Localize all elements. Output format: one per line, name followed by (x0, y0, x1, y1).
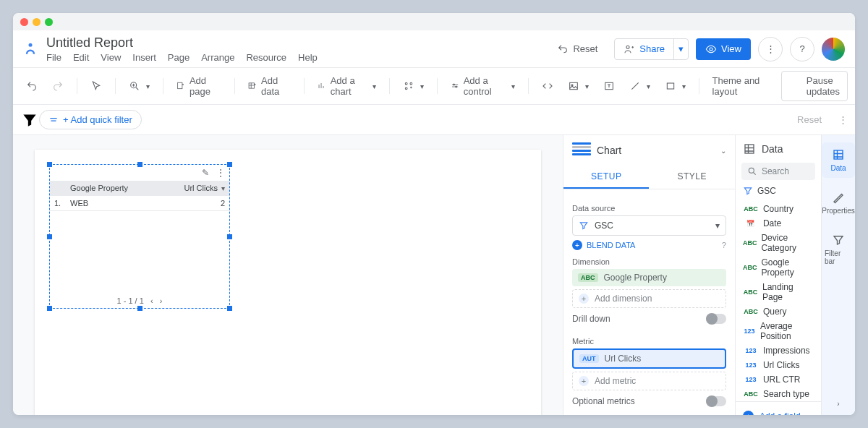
text-button[interactable] (597, 77, 621, 95)
rail-properties[interactable]: Properties (822, 185, 855, 221)
menubar: File Edit View Insert Page Arrange Resou… (46, 52, 548, 63)
theme-layout-button[interactable]: Theme and layout (707, 72, 778, 100)
table-chart[interactable]: ✎⋮ Google Property Url Clicks ▾ 1. WEB 2 (49, 164, 230, 309)
field-average-position[interactable]: 123Average Position (743, 319, 814, 343)
edit-chart-icon[interactable]: ✎ (202, 168, 209, 178)
share-button[interactable]: Share (615, 39, 673, 59)
properties-panel: Chart ⌄ SETUP STYLE Data source GSC +BLE… (563, 135, 735, 415)
share-dropdown[interactable]: ▾ (673, 39, 688, 59)
svg-rect-14 (667, 83, 673, 89)
label-metric: Metric (572, 337, 726, 346)
add-dimension-button[interactable]: +Add dimension (572, 289, 726, 308)
optional-metrics-toggle[interactable] (706, 396, 726, 406)
menu-page[interactable]: Page (168, 52, 190, 63)
svg-point-1 (626, 46, 629, 48)
svg-point-6 (405, 82, 407, 85)
rail-filter-bar[interactable]: Filter bar (822, 228, 855, 271)
menu-file[interactable]: File (46, 52, 61, 63)
shape-button[interactable]: ▾ (659, 77, 692, 95)
add-field-button[interactable]: +Add a field (743, 408, 814, 415)
view-button[interactable]: View (696, 38, 751, 60)
window-maximize[interactable] (45, 18, 53, 26)
add-page-button[interactable]: Add page (170, 72, 226, 100)
panel-header[interactable]: Chart ⌄ (563, 135, 735, 166)
field-query[interactable]: ABCQuery (743, 304, 814, 319)
report-page[interactable]: ✎⋮ Google Property Url Clicks ▾ 1. WEB 2 (35, 150, 541, 415)
user-avatar[interactable] (822, 38, 845, 61)
menu-arrange[interactable]: Arrange (201, 52, 234, 63)
table-row[interactable]: 1. WEB 2 (50, 196, 229, 211)
col-google-property[interactable]: Google Property (66, 181, 160, 196)
field-date[interactable]: 📅Date (743, 216, 814, 231)
svg-point-7 (410, 82, 412, 85)
blend-data-button[interactable]: +BLEND DATA? (572, 240, 726, 250)
right-rail: Data Properties Filter bar › (821, 135, 855, 415)
data-source-name[interactable]: GSC (736, 180, 821, 202)
svg-point-9 (453, 84, 454, 85)
menu-help[interactable]: Help (298, 52, 318, 63)
canvas[interactable]: ✎⋮ Google Property Url Clicks ▾ 1. WEB 2 (13, 135, 563, 415)
field-url-ctr[interactable]: 123URL CTR (743, 372, 814, 387)
add-metric-button[interactable]: +Add metric (572, 372, 726, 390)
svg-rect-5 (250, 83, 255, 88)
workspace: ✎⋮ Google Property Url Clicks ▾ 1. WEB 2 (13, 135, 855, 415)
filter-more-icon[interactable]: ⋮ (838, 114, 848, 125)
tab-style[interactable]: STYLE (649, 166, 734, 189)
field-search-type[interactable]: ABCSearch type (743, 387, 814, 401)
undo-button[interactable] (20, 77, 43, 95)
image-button[interactable]: ▾ (562, 77, 595, 95)
svg-point-0 (29, 43, 33, 46)
filter-reset-button[interactable]: Reset (783, 109, 831, 130)
dimension-chip[interactable]: ABCGoogle Property (572, 269, 726, 286)
field-search-input[interactable]: Search (741, 163, 815, 180)
svg-rect-17 (834, 150, 843, 159)
menu-insert[interactable]: Insert (132, 52, 156, 63)
zoom-tool[interactable]: ▾ (123, 77, 156, 95)
menu-edit[interactable]: Edit (73, 52, 89, 63)
col-index[interactable] (50, 181, 66, 196)
field-url-clicks[interactable]: 123Url Clicks (743, 358, 814, 372)
app-window: Untitled Report File Edit View Insert Pa… (13, 13, 855, 415)
svg-rect-15 (745, 145, 754, 153)
add-quick-filter-chip[interactable]: + Add quick filter (39, 110, 142, 129)
selection-tool[interactable] (85, 77, 108, 95)
help-button[interactable]: ? (790, 37, 814, 61)
field-device-category[interactable]: ABCDevice Category (743, 231, 814, 255)
field-google-property[interactable]: ABCGoogle Property (743, 255, 814, 280)
reset-button[interactable]: Reset (548, 38, 607, 60)
add-control-button[interactable]: Add a control▾ (445, 72, 521, 100)
field-landing-page[interactable]: ABCLanding Page (743, 280, 814, 304)
line-button[interactable]: ▾ (624, 77, 656, 95)
menu-view[interactable]: View (101, 52, 121, 63)
add-data-button[interactable]: Add data (242, 72, 296, 100)
pause-updates-button[interactable]: Pause updates (781, 71, 848, 101)
rail-data[interactable]: Data (822, 142, 855, 178)
svg-point-16 (749, 168, 754, 173)
field-impressions[interactable]: 123Impressions (743, 343, 814, 358)
header: Untitled Report File Edit View Insert Pa… (13, 30, 855, 68)
metric-chip[interactable]: AUTUrl Clicks (572, 348, 726, 369)
redo-button[interactable] (46, 77, 69, 95)
community-viz-button[interactable]: ▾ (397, 77, 430, 95)
field-country[interactable]: ABCCountry (743, 202, 814, 216)
chart-more-icon[interactable]: ⋮ (216, 168, 225, 178)
data-source-select[interactable]: GSC (572, 215, 726, 236)
window-close[interactable] (20, 18, 28, 26)
doc-title[interactable]: Untitled Report (46, 35, 548, 51)
window-titlebar (13, 13, 855, 30)
svg-rect-11 (569, 82, 577, 89)
menu-resource[interactable]: Resource (246, 52, 286, 63)
svg-point-10 (455, 86, 456, 87)
svg-rect-4 (178, 82, 182, 88)
col-url-clicks[interactable]: Url Clicks ▾ (160, 181, 229, 196)
window-minimize[interactable] (33, 18, 41, 26)
tab-setup[interactable]: SETUP (563, 166, 649, 189)
embed-button[interactable] (536, 77, 559, 95)
table-pager[interactable]: 1 - 1 / 1 ‹ › (50, 296, 229, 305)
more-options-button[interactable]: ⋮ (758, 37, 783, 61)
data-panel-header: Data (736, 135, 821, 163)
drill-down-toggle[interactable] (706, 314, 726, 324)
add-chart-button[interactable]: Add a chart▾ (312, 72, 382, 100)
rail-expand-icon[interactable]: › (837, 400, 839, 408)
svg-point-2 (710, 48, 712, 51)
